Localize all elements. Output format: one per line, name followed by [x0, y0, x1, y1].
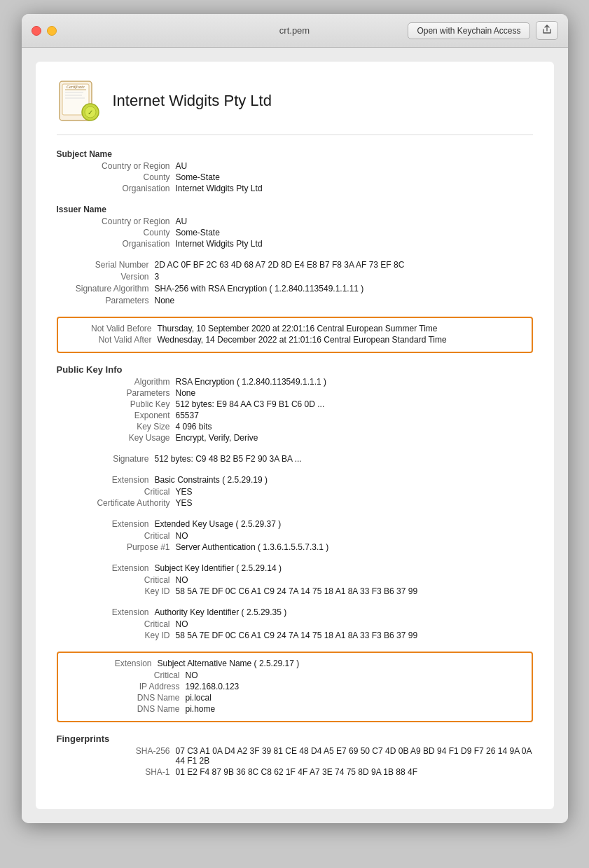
subject-org-value: Internet Widgits Pty Ltd [176, 184, 263, 193]
ext-key-purpose-row: Purpose #1 Server Authentication ( 1.3.6… [57, 542, 533, 552]
serial-label: Serial Number [57, 260, 155, 270]
pk-exponent-label: Exponent [78, 411, 176, 420]
pk-public-key-value: 512 bytes: E9 84 AA C3 F9 B1 C6 0D ... [176, 399, 325, 409]
sig-alg-value: SHA-256 with RSA Encryption ( 1.2.840.11… [155, 284, 364, 294]
issuer-org-row: Organisation Internet Widgits Pty Ltd [57, 239, 533, 249]
cert-header: Certificate ✓ Internet Widgits Pty Ltd [57, 78, 533, 135]
pk-parameters-row: Parameters None [57, 388, 533, 398]
share-button[interactable] [536, 21, 558, 40]
ext-san-ext-value: Subject Alternative Name ( 2.5.29.17 ) [158, 659, 300, 668]
ext-auth-key-label: Extension [57, 607, 155, 617]
ext-key-critical-label: Critical [78, 531, 176, 541]
not-valid-after-row: Not Valid After Wednesday, 14 December 2… [67, 335, 523, 345]
ext-basic-row: Extension Basic Constraints ( 2.5.29.19 … [57, 475, 533, 485]
ext-subject-keyid-row: Key ID 58 5A 7E DF 0C C6 A1 C9 24 7A 14 … [57, 586, 533, 596]
sha256-label: SHA-256 [78, 746, 176, 766]
ext-subject-key-label: Extension [57, 563, 155, 573]
svg-text:✓: ✓ [88, 109, 93, 116]
subject-org-label: Organisation [78, 184, 176, 193]
issuer-country-value: AU [176, 216, 188, 226]
issuer-name-section: Issuer Name Country or Region AU County … [57, 205, 533, 249]
ext-auth-keyid-value: 58 5A 7E DF 0C C6 A1 C9 24 7A 14 75 18 A… [176, 631, 418, 640]
subject-name-label: Subject Name [57, 149, 112, 159]
pk-key-usage-value: Encrypt, Verify, Derive [176, 433, 258, 443]
ext-auth-keyid-row: Key ID 58 5A 7E DF 0C C6 A1 C9 24 7A 14 … [57, 631, 533, 640]
subject-county-row: County Some-State [57, 172, 533, 182]
pk-key-size-value: 4 096 bits [176, 422, 212, 432]
ext-san-dns1-value: pi.local [186, 693, 212, 703]
version-value: 3 [155, 272, 160, 282]
sha256-value: 07 C3 A1 0A D4 A2 3F 39 81 CE 48 D4 A5 E… [176, 746, 533, 766]
subject-country-label: Country or Region [78, 161, 176, 171]
ext-key-usage-section: Extension Extended Key Usage ( 2.5.29.37… [57, 519, 533, 552]
signature-label: Signature [57, 454, 155, 464]
subject-name-section: Subject Name Country or Region AU County… [57, 149, 533, 193]
issuer-county-label: County [78, 228, 176, 237]
minimize-button[interactable] [47, 26, 57, 36]
cert-icon: Certificate ✓ [57, 78, 102, 123]
pk-parameters-label: Parameters [78, 388, 176, 398]
ext-san-dns1-row: DNS Name pi.local [67, 693, 523, 703]
version-row: Version 3 [57, 272, 533, 282]
cert-title: Internet Widgits Pty Ltd [113, 92, 272, 110]
ext-subject-critical-value: NO [176, 575, 188, 585]
subject-org-row: Organisation Internet Widgits Pty Ltd [57, 184, 533, 193]
ext-basic-value: Basic Constraints ( 2.5.29.19 ) [155, 475, 268, 485]
ext-subject-key-section: Extension Subject Key Identifier ( 2.5.2… [57, 563, 533, 596]
subject-country-value: AU [176, 161, 188, 171]
fingerprints-section: Fingerprints SHA-256 07 C3 A1 0A D4 A2 3… [57, 733, 533, 777]
pk-key-size-row: Key Size 4 096 bits [57, 422, 533, 432]
ext-key-critical-row: Critical NO [57, 531, 533, 541]
not-valid-before-row: Not Valid Before Thursday, 10 September … [67, 324, 523, 333]
issuer-org-value: Internet Widgits Pty Ltd [176, 239, 263, 249]
window-title: crt.pem [279, 25, 310, 36]
pk-key-size-label: Key Size [78, 422, 176, 432]
pk-parameters-value: None [176, 388, 196, 398]
subject-country-row: Country or Region AU [57, 161, 533, 171]
ext-key-critical-value: NO [176, 531, 188, 541]
pk-algorithm-row: Algorithm RSA Encryption ( 1.2.840.11354… [57, 377, 533, 387]
params-top-label: Parameters [57, 296, 155, 305]
ext-san-row: Extension Subject Alternative Name ( 2.5… [67, 659, 523, 668]
ext-san-critical-row: Critical NO [67, 670, 523, 680]
ext-san-dns2-value: pi.home [186, 704, 216, 714]
sig-alg-row: Signature Algorithm SHA-256 with RSA Enc… [57, 284, 533, 294]
ext-basic-critical-row: Critical YES [57, 487, 533, 497]
ext-basic-critical-label: Critical [78, 487, 176, 497]
signature-section: Signature 512 bytes: C9 48 B2 B5 F2 90 3… [57, 454, 533, 464]
ext-san-critical-label: Critical [88, 670, 186, 680]
pk-exponent-value: 65537 [176, 411, 199, 420]
pk-key-usage-row: Key Usage Encrypt, Verify, Derive [57, 433, 533, 443]
ext-san-ip-value: 192.168.0.123 [186, 682, 240, 691]
pk-public-key-row: Public Key 512 bytes: E9 84 AA C3 F9 B1 … [57, 399, 533, 409]
close-button[interactable] [32, 26, 41, 36]
issuer-country-row: Country or Region AU [57, 216, 533, 226]
ext-auth-critical-row: Critical NO [57, 619, 533, 629]
ext-san-ext-label: Extension [67, 659, 158, 668]
issuer-country-label: Country or Region [78, 216, 176, 226]
not-valid-after-value: Wednesday, 14 December 2022 at 21:01:16 … [158, 335, 447, 345]
public-key-info-label: Public Key Info [57, 364, 123, 375]
params-top-row: Parameters None [57, 296, 533, 305]
ext-basic-ca-row: Certificate Authority YES [57, 498, 533, 508]
issuer-name-label: Issuer Name [57, 205, 106, 214]
ext-subject-key-row: Extension Subject Key Identifier ( 2.5.2… [57, 563, 533, 573]
ext-key-purpose-label: Purpose #1 [78, 542, 176, 552]
ext-san-dns1-label: DNS Name [88, 693, 186, 703]
svg-text:Certificate: Certificate [67, 85, 85, 89]
params-top-value: None [155, 296, 175, 305]
issuer-county-value: Some-State [176, 228, 220, 237]
ext-auth-key-row: Extension Authority Key Identifier ( 2.5… [57, 607, 533, 617]
not-valid-before-label: Not Valid Before [67, 324, 158, 333]
subject-county-label: County [78, 172, 176, 182]
pk-public-key-label: Public Key [78, 399, 176, 409]
window-controls [32, 26, 57, 36]
subject-county-value: Some-State [176, 172, 220, 182]
open-keychain-button[interactable]: Open with Keychain Access [408, 22, 529, 39]
ext-basic-label: Extension [57, 475, 155, 485]
sha256-row: SHA-256 07 C3 A1 0A D4 A2 3F 39 81 CE 48… [57, 746, 533, 766]
ext-auth-critical-value: NO [176, 619, 188, 629]
sha1-row: SHA-1 01 E2 F4 87 9B 36 8C C8 62 1F 4F A… [57, 767, 533, 777]
titlebar-actions: Open with Keychain Access [408, 21, 557, 40]
pk-algorithm-label: Algorithm [78, 377, 176, 387]
